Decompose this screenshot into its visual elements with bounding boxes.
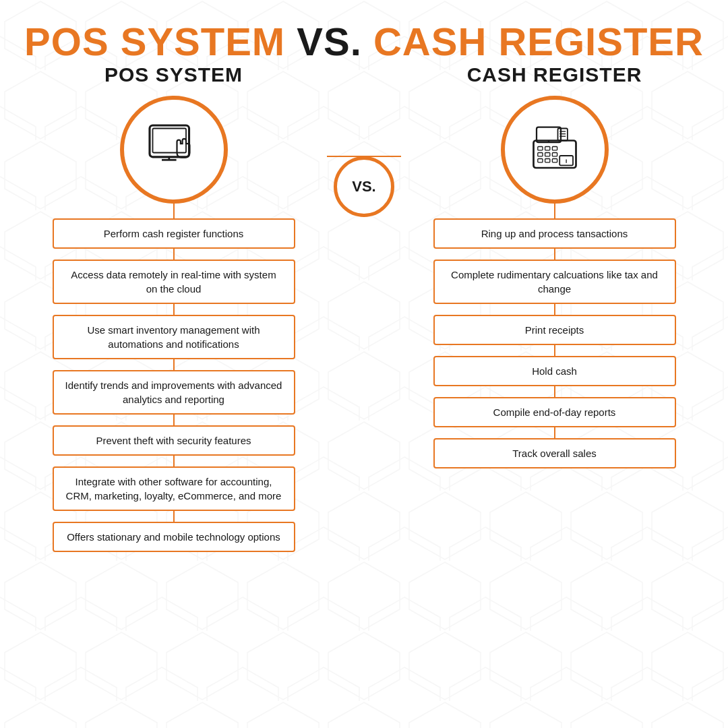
left-feature-item: Integrate with other software for accoun… xyxy=(20,466,327,522)
right-feature-box: Track overall sales xyxy=(433,438,676,468)
left-feature-connector xyxy=(173,456,175,466)
left-feature-connector xyxy=(173,511,175,522)
left-feature-box: Use smart inventory management with auto… xyxy=(53,315,295,359)
svg-rect-17 xyxy=(552,146,557,150)
left-feature-connector xyxy=(173,415,175,425)
svg-rect-23 xyxy=(552,158,557,162)
svg-rect-16 xyxy=(545,146,549,150)
right-feature-item: Compile end-of-day reports xyxy=(401,397,708,438)
left-feature-box: Identify trends and improvements with ad… xyxy=(53,370,295,415)
left-feature-box: Perform cash register functions xyxy=(53,218,295,249)
left-heading: POS SYSTEM xyxy=(104,63,243,86)
left-feature-box: Offers stationary and mobile technology … xyxy=(53,522,295,552)
svg-rect-21 xyxy=(537,158,542,162)
svg-rect-22 xyxy=(545,158,549,162)
right-feature-connector xyxy=(554,249,555,260)
left-feature-connector xyxy=(173,304,175,315)
right-feature-box: Hold cash xyxy=(433,356,676,386)
left-feature-item: Perform cash register functions xyxy=(20,218,327,260)
svg-rect-19 xyxy=(545,152,549,156)
svg-rect-20 xyxy=(552,152,557,156)
svg-rect-8 xyxy=(533,140,576,168)
left-feature-item: Use smart inventory management with auto… xyxy=(20,315,327,370)
right-feature-connector xyxy=(554,304,555,315)
cash-register-circle-icon xyxy=(501,96,609,204)
left-feature-item: Identify trends and improvements with ad… xyxy=(20,370,327,425)
title-pos: POS SYSTEM xyxy=(24,20,285,63)
left-feature-connector xyxy=(173,249,175,260)
left-feature-item: Access data remotely in real-time with s… xyxy=(20,260,327,315)
left-features-list: Perform cash register functionsAccess da… xyxy=(20,218,327,552)
svg-rect-11 xyxy=(557,128,567,140)
right-features-list: Ring up and process tansactionsComplete … xyxy=(401,218,708,468)
right-feature-connector xyxy=(554,427,555,438)
right-feature-box: Print receipts xyxy=(433,315,676,345)
right-top-connector xyxy=(554,204,555,218)
left-feature-connector xyxy=(173,359,175,370)
left-feature-box: Prevent theft with security features xyxy=(53,425,295,456)
left-feature-box: Access data remotely in real-time with s… xyxy=(53,260,295,304)
svg-rect-15 xyxy=(537,146,542,150)
right-feature-box: Compile end-of-day reports xyxy=(433,397,676,427)
page-title: POS SYSTEM VS. CASH REGISTER xyxy=(24,0,704,63)
left-feature-box: Integrate with other software for accoun… xyxy=(53,466,295,511)
title-cash: CASH REGISTER xyxy=(373,20,704,63)
left-feature-item: Offers stationary and mobile technology … xyxy=(20,522,327,552)
right-feature-item: Print receipts xyxy=(401,315,708,356)
left-column: POS SYSTEM Perform cash regis xyxy=(20,63,327,721)
pos-circle-icon xyxy=(120,96,228,204)
right-feature-item: Complete rudimentary calcuations like ta… xyxy=(401,260,708,315)
right-heading: CASH REGISTER xyxy=(467,63,642,86)
right-column: CASH REGISTER xyxy=(401,63,708,721)
right-feature-box: Ring up and process tansactions xyxy=(433,218,676,249)
left-top-connector xyxy=(173,204,175,218)
right-feature-connector xyxy=(554,345,555,356)
right-feature-item: Track overall sales xyxy=(401,438,708,468)
right-feature-box: Complete rudimentary calcuations like ta… xyxy=(433,260,676,304)
title-vs: VS. xyxy=(297,20,373,63)
right-feature-connector xyxy=(554,386,555,397)
right-feature-item: Ring up and process tansactions xyxy=(401,218,708,260)
vs-circle: VS. xyxy=(334,156,394,217)
right-feature-item: Hold cash xyxy=(401,356,708,397)
svg-rect-18 xyxy=(537,152,542,156)
left-feature-item: Prevent theft with security features xyxy=(20,425,327,466)
